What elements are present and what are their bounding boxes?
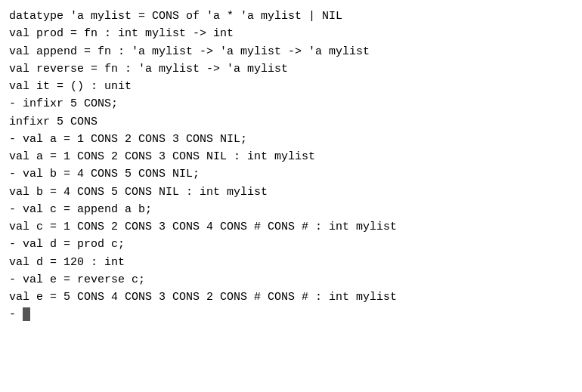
- terminal-line: val e = 5 CONS 4 CONS 3 CONS 2 CONS # CO…: [9, 289, 573, 306]
- terminal-line: val it = () : unit: [9, 78, 573, 95]
- terminal-line: val a = 1 CONS 2 CONS 3 CONS NIL : int m…: [9, 148, 573, 165]
- terminal-output: datatype 'a mylist = CONS of 'a * 'a myl…: [0, 0, 582, 392]
- terminal-line: - val a = 1 CONS 2 CONS 3 CONS NIL;: [9, 131, 573, 148]
- terminal-line: val append = fn : 'a mylist -> 'a mylist…: [9, 43, 573, 60]
- terminal-line: infixr 5 CONS: [9, 113, 573, 131]
- terminal-line: val prod = fn : int mylist -> int: [9, 25, 573, 42]
- terminal-line: -: [9, 306, 573, 323]
- terminal-line: - infixr 5 CONS;: [9, 95, 573, 113]
- terminal-line: val b = 4 CONS 5 CONS NIL : int mylist: [9, 184, 573, 201]
- terminal-line: - val b = 4 CONS 5 CONS NIL;: [9, 165, 573, 183]
- terminal-line: - val e = reverse c;: [9, 271, 573, 289]
- terminal-line: val d = 120 : int: [9, 254, 573, 271]
- terminal-cursor: [23, 307, 30, 321]
- terminal-line: datatype 'a mylist = CONS of 'a * 'a myl…: [9, 8, 573, 25]
- terminal-line: val c = 1 CONS 2 CONS 3 CONS 4 CONS # CO…: [9, 218, 573, 236]
- terminal-line: - val d = prod c;: [9, 236, 573, 253]
- terminal-line: - val c = append a b;: [9, 201, 573, 218]
- terminal-line: val reverse = fn : 'a mylist -> 'a mylis…: [9, 60, 573, 78]
